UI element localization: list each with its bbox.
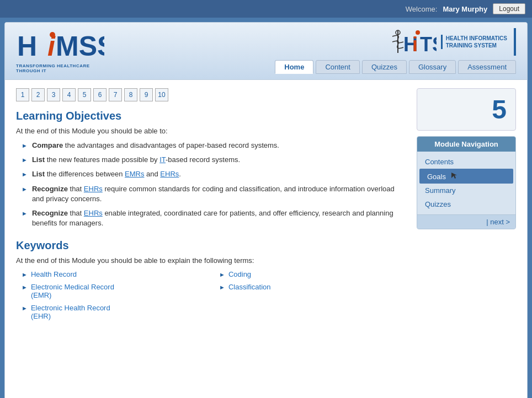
logout-button[interactable]: Logout xyxy=(493,3,525,14)
svg-text:i: i xyxy=(47,31,56,62)
keyword-item: ► Coding xyxy=(219,270,406,278)
welcome-label: Welcome: xyxy=(406,5,438,13)
keywords-grid: ► Health Record ► Electronic Medical Rec… xyxy=(22,270,406,320)
tab-content[interactable]: Content xyxy=(316,60,360,74)
objective-text: List the differences between EMRs and EH… xyxy=(32,169,181,179)
svg-text:TS: TS xyxy=(420,33,437,56)
module-number: 5 xyxy=(492,94,507,125)
objective-text: List the new features made possible by I… xyxy=(32,155,240,165)
keyword-arrow-icon: ► xyxy=(22,271,28,278)
svg-text:H: H xyxy=(17,31,37,62)
list-item: ► Recognize that EHRs enable integrated,… xyxy=(22,208,406,228)
bullet-arrow-icon: ► xyxy=(22,185,28,204)
list-item: ► Compare the advantages and disadvantag… xyxy=(22,141,406,150)
sidebar: 5 Module Navigation Contents Goals Summa… xyxy=(417,88,516,391)
objective-text: Compare the advantages and disadvantages… xyxy=(32,141,279,150)
page-btn-7[interactable]: 7 xyxy=(109,88,122,101)
keyword-item: ► Electronic Medical Record(EMR) xyxy=(22,283,208,299)
keywords-section: Keywords At the end of this Module you s… xyxy=(16,239,406,320)
module-navigation: Module Navigation Contents Goals Summary… xyxy=(417,136,516,229)
keyword-item: ► Classification xyxy=(219,283,406,291)
learning-objectives-title: Learning Objectives xyxy=(16,110,406,122)
page-btn-9[interactable]: 9 xyxy=(140,88,153,101)
keywords-intro: At the end of this Module you should be … xyxy=(16,256,406,265)
nav-tabs: Home Content Quizzes Glossary Assessment xyxy=(275,60,516,74)
bullet-arrow-icon: ► xyxy=(22,156,28,165)
learning-objectives-list: ► Compare the advantages and disadvantag… xyxy=(22,141,406,228)
learning-objectives-intro: At the end of this Module you should be … xyxy=(16,127,406,135)
page-btn-5[interactable]: 5 xyxy=(78,88,91,101)
nav-item-contents[interactable]: Contents xyxy=(417,155,515,169)
hits-subtitle: HEALTH INFORMATICS TRAINING SYSTEM xyxy=(441,35,507,49)
svg-text:MSS: MSS xyxy=(56,31,104,62)
pagination: 1 2 3 4 5 6 7 8 9 10 xyxy=(16,88,406,101)
header-right: H i TS HEALTH INFORMATICS TRAINING SYSTE… xyxy=(275,28,516,74)
himss-svg: H i MSS xyxy=(16,29,104,62)
username: Mary Murphy xyxy=(443,5,487,13)
page-btn-4[interactable]: 4 xyxy=(62,88,76,101)
tab-home[interactable]: Home xyxy=(275,60,313,74)
keyword-arrow-icon: ► xyxy=(22,284,28,291)
keyword-emr[interactable]: Electronic Medical Record(EMR) xyxy=(31,283,114,299)
list-item: ► List the new features made possible by… xyxy=(22,155,406,165)
keywords-title: Keywords xyxy=(16,239,406,252)
keyword-classification[interactable]: Classification xyxy=(228,283,271,291)
module-nav-items: Contents Goals Summary Quizzes xyxy=(417,152,515,214)
next-link[interactable]: | next > xyxy=(486,218,510,226)
himss-logo: H i MSS TRANSFORMING HEALTHCARE THROUGH … xyxy=(16,29,104,73)
tab-glossary[interactable]: Glossary xyxy=(409,60,456,74)
tab-assessment[interactable]: Assessment xyxy=(458,60,516,74)
keyword-arrow-icon: ► xyxy=(22,305,28,311)
cursor-icon xyxy=(450,171,458,179)
keyword-item: ► Electronic Health Record(EHR) xyxy=(22,304,208,320)
page-btn-8[interactable]: 8 xyxy=(124,88,137,101)
nav-item-goals[interactable]: Goals xyxy=(419,169,513,184)
list-item: ► List the differences between EMRs and … xyxy=(22,169,406,179)
page-btn-10[interactable]: 10 xyxy=(155,88,168,101)
keyword-col-2: ► Coding ► Classification xyxy=(219,270,406,320)
main-container: H i MSS TRANSFORMING HEALTHCARE THROUGH … xyxy=(4,22,528,398)
keyword-col-1: ► Health Record ► Electronic Medical Rec… xyxy=(22,270,208,320)
himss-logo-image: H i MSS xyxy=(16,29,104,62)
list-item: ► Recognize that EHRs require common sta… xyxy=(22,184,406,204)
keyword-coding[interactable]: Coding xyxy=(228,270,251,278)
hits-logo: H i TS HEALTH INFORMATICS TRAINING SYSTE… xyxy=(381,28,516,56)
objective-text: Recognize that EHRs enable integrated, c… xyxy=(32,208,406,228)
svg-text:i: i xyxy=(412,33,418,56)
keyword-arrow-icon: ► xyxy=(219,271,225,278)
top-bar: Welcome: Mary Murphy Logout xyxy=(0,0,532,18)
bullet-arrow-icon: ► xyxy=(22,142,28,150)
keyword-ehr[interactable]: Electronic Health Record(EHR) xyxy=(31,304,110,320)
module-nav-footer: | next > xyxy=(417,214,515,229)
tab-quizzes[interactable]: Quizzes xyxy=(362,60,407,74)
header: H i MSS TRANSFORMING HEALTHCARE THROUGH … xyxy=(5,23,527,80)
page-btn-2[interactable]: 2 xyxy=(31,88,45,101)
module-nav-title: Module Navigation xyxy=(417,137,515,152)
keyword-arrow-icon: ► xyxy=(219,284,225,291)
nav-item-quizzes[interactable]: Quizzes xyxy=(417,197,515,211)
bullet-arrow-icon: ► xyxy=(22,170,28,179)
keyword-health-record[interactable]: Health Record xyxy=(31,270,77,278)
logo-tagline: TRANSFORMING HEALTHCARE THROUGH IT xyxy=(16,63,104,73)
svg-marker-10 xyxy=(451,173,457,179)
hits-logo-svg: H i TS xyxy=(381,28,437,56)
main-content: 1 2 3 4 5 6 7 8 9 10 Learning Objectives… xyxy=(16,88,406,391)
objective-text: Recognize that EHRs require common stand… xyxy=(32,184,406,204)
keyword-item: ► Health Record xyxy=(22,270,208,278)
page-btn-6[interactable]: 6 xyxy=(93,88,107,101)
page-btn-1[interactable]: 1 xyxy=(16,88,29,101)
content-area: 1 2 3 4 5 6 7 8 9 10 Learning Objectives… xyxy=(5,80,527,398)
nav-item-summary[interactable]: Summary xyxy=(417,184,515,197)
page-btn-3[interactable]: 3 xyxy=(47,88,60,101)
bullet-arrow-icon: ► xyxy=(22,209,28,228)
module-number-box: 5 xyxy=(417,88,516,131)
